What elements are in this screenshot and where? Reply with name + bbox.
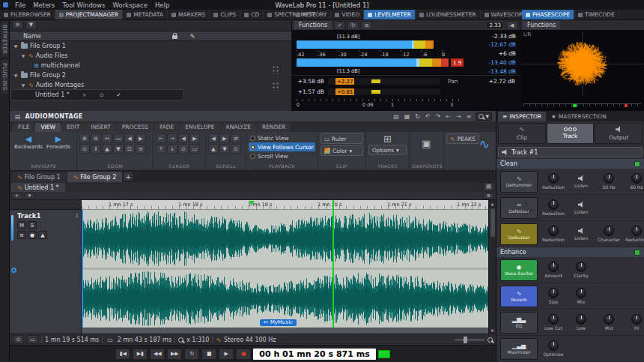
menu-help[interactable]: Help [151,1,173,9]
zoom-tool-icon[interactable]: ▭ [113,133,124,143]
track-focus-icon[interactable] [11,268,16,273]
zoom-tool-icon[interactable]: ◀ [124,133,135,143]
subtab-output[interactable]: Output [595,123,643,144]
bitmeter-vertical-tab[interactable]: BITMETER [1,22,8,57]
peaks-button[interactable]: ∿PEAKS [446,133,479,144]
menu-meters[interactable]: Meters [29,1,58,9]
reduction-knob[interactable] [631,226,642,236]
tab-filebrowser[interactable]: FILEBROWSER [0,10,55,19]
ribbon-tab-view[interactable]: VIEW [35,123,61,132]
name-column-header[interactable]: Name [10,33,165,40]
playback-cursor[interactable] [332,200,334,328]
status-selection-icon[interactable]: ▭ [27,335,38,344]
project-list-icon[interactable]: ≡ [12,20,23,29]
titlebar-tool-icon[interactable]: ↻ [413,113,422,120]
titlebar-tool-icon[interactable]: → [455,113,463,120]
functions-menu[interactable]: Functions [523,21,560,29]
ruler-toggle-button[interactable]: ▭Ruler [321,133,363,144]
ribbon-tab-process[interactable]: PROCESS [117,123,154,132]
go-end-button[interactable]: ▶▮ [133,349,148,360]
titlebar-tool-icon[interactable]: ≡ [465,113,473,120]
tab-clips[interactable]: CLIPS [210,10,240,19]
vertical-scrollbar[interactable]: ▲ ▼ [488,200,496,334]
param-size[interactable]: Size [541,288,565,304]
titlebar-tool-icon[interactable]: ← [444,113,452,120]
tree-item-audio-files[interactable]: ▼ ∿ Audio Files [10,51,291,61]
menu-file[interactable]: File [11,1,29,9]
amount-knob[interactable] [548,262,559,272]
param-mid[interactable]: Mid [597,314,621,331]
record-arm-icon[interactable]: ● [28,231,37,239]
cursor-tool-icon[interactable]: ▶ [189,133,200,143]
param-reduction[interactable]: Reduction [541,173,565,190]
refresh-icon[interactable]: ↻ [347,21,359,30]
eq-button[interactable]: ▂▆▃EQ [500,312,538,334]
titlebar-tool-icon[interactable]: ▤ [392,113,401,120]
track-header[interactable]: Track1 1 M S ≡ ● ▲ [10,200,82,334]
camera-icon[interactable]: ▣ [412,138,441,149]
zoom-tool-icon[interactable]: ⊡ [124,144,135,154]
scroll-tool-icon[interactable]: ▶ [219,133,230,143]
scroll-up-icon[interactable]: ▲ [489,200,496,207]
titlebar-tool-icon[interactable]: ↶ [424,113,432,120]
param-mix[interactable]: Mix [569,288,593,304]
freq-knob[interactable] [631,173,642,184]
param-low-cut[interactable]: Low Cut [541,314,565,331]
doc-tab-untitled-1[interactable]: ∿Untitled 1 * [11,183,65,192]
tab-markers[interactable]: MARKERS [168,10,210,19]
cursor-tool-icon[interactable]: ⊙ [178,144,189,154]
param-clarity[interactable]: Clarity [569,262,593,278]
ribbon-tab-envelope[interactable]: ENVELOPE [180,123,219,132]
collapse-icon[interactable]: ◀ [506,21,517,30]
titlebar-tool-icon[interactable]: ▦ [403,113,412,120]
scroll-tool-icon[interactable]: ▲ [208,144,219,154]
solo-button[interactable]: S [28,221,37,229]
cursor-tool-icon[interactable]: ↑ [156,144,166,154]
section-enable-toggle[interactable] [634,250,640,256]
zoom-tool-icon[interactable]: ⊙ [79,144,90,154]
reduction-knob[interactable] [548,173,559,184]
backwards-button[interactable]: ◀Backwards [13,133,43,151]
voice-exciter-button[interactable]: ◉Voice Exciter [500,259,538,281]
playback-mode-scroll[interactable]: Scroll View [249,151,315,160]
mix-knob[interactable] [576,288,586,298]
project-filter-icon[interactable]: ▼ [25,20,37,29]
tree-item-untitled-1[interactable]: Untitled 1 * × ⊙ ✓ [11,90,183,100]
color-dropdown[interactable]: Color▾ [321,145,363,156]
param-amount[interactable]: Amount [541,262,565,278]
param-reduction-2[interactable]: Reduction [625,226,644,242]
tab-cd[interactable]: CD [240,10,264,19]
tab-phasescope[interactable]: PHASESCOPE [522,10,574,19]
param-optimize[interactable]: Optimize [541,340,565,357]
cursor-time-readout[interactable]: 1 mn 19 s 514 ms [45,337,99,343]
param-50hz[interactable]: 50 Hz [597,173,621,190]
twisty-icon[interactable]: ▼ [13,73,19,78]
record-button[interactable]: ● [236,349,251,360]
menu-workspace[interactable]: Workspace [109,1,151,9]
cursor-tool-icon[interactable]: ↓ [167,144,177,154]
reverb-button[interactable]: ∿Reverb [500,286,538,307]
zoom-tool-icon[interactable]: ⊖ [91,133,101,143]
montage-search-box[interactable]: ▾ [476,112,492,121]
file-tab-group-2[interactable]: ∿File Group 2 [67,172,123,182]
param-character[interactable]: Character [597,226,621,242]
tab-timecode[interactable]: TIMECODE [574,10,619,19]
check-icon[interactable]: ✓ [334,21,345,30]
ribbon-tab-edit[interactable]: EDIT [61,123,85,132]
cursor-tool-icon[interactable]: → [167,133,177,143]
settings-icon[interactable]: ≡ [361,21,372,30]
maximizer-button[interactable]: ▁▃▅Maximizer [500,338,538,360]
param-60hz[interactable]: 60 Hz [625,173,644,190]
scroll-tool-icon[interactable]: ▼ [219,144,230,154]
subtab-track[interactable]: Track [547,123,595,144]
selection-length-readout[interactable]: 2 mn 43 s 187 ms [118,337,171,343]
tab-loudnessmeter[interactable]: LOUDNESSMETER [416,10,481,19]
zoom-in-icon[interactable] [487,337,493,343]
twisty-icon[interactable]: ▼ [20,82,26,88]
playback-mode-static[interactable]: Static View [249,133,315,142]
ribbon-tab-file[interactable]: FILE [13,123,34,132]
ribbon-tab-insert[interactable]: INSERT [85,123,116,132]
tree-item-file-group-1[interactable]: ▼ File Group 1 [10,41,291,51]
ribbon-tab-analyze[interactable]: ANALYZE [221,123,257,132]
mid-knob[interactable] [604,314,614,325]
